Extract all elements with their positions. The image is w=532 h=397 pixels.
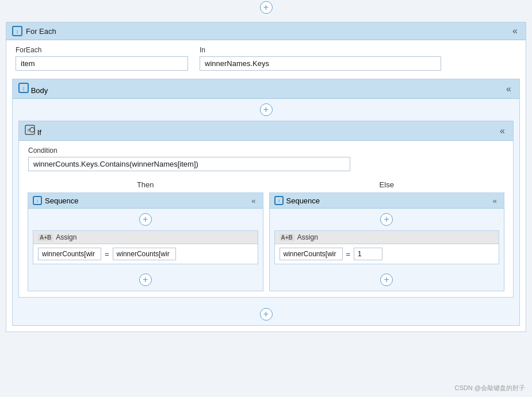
- then-else-row: Then ↕ Sequence «: [19, 177, 513, 297]
- then-seq-bottom-add-button[interactable]: +: [139, 273, 152, 286]
- else-assign-header: A+B Assign: [275, 231, 499, 244]
- foreach-header: ↕ For Each «: [6, 22, 526, 40]
- then-header: Then: [25, 177, 266, 192]
- body-bottom-add-row: +: [13, 303, 519, 325]
- body-collapse-button[interactable]: «: [504, 84, 514, 94]
- then-assign-icon: A+B: [38, 234, 53, 241]
- top-add-button[interactable]: +: [260, 1, 273, 14]
- foreach-collapse-button[interactable]: «: [510, 26, 520, 36]
- else-assign-icon: A+B: [280, 234, 294, 241]
- then-assign-header: A+B Assign: [33, 231, 258, 244]
- else-column: Else ↕ Sequence «: [266, 177, 508, 291]
- then-seq-top-add-button[interactable]: +: [139, 213, 152, 226]
- condition-section: Condition: [19, 141, 513, 177]
- then-seq-top-add-row: +: [28, 209, 263, 230]
- else-sequence-title: ↕ Sequence: [274, 196, 320, 205]
- else-seq-top-add-row: +: [270, 209, 504, 230]
- else-assign-right-input[interactable]: [354, 248, 382, 260]
- svg-text:↕: ↕: [16, 29, 19, 34]
- foreach-title: ↕ For Each: [12, 26, 56, 36]
- else-sequence-icon: ↕: [274, 196, 284, 205]
- if-section: if If « Condition Then: [18, 121, 514, 298]
- body-top-add-row: +: [13, 99, 519, 121]
- then-sequence-box: ↕ Sequence « +: [28, 192, 263, 291]
- then-assign-right-input[interactable]: [113, 248, 176, 260]
- else-sequence-box: ↕ Sequence « +: [269, 192, 505, 291]
- else-assign-equals: =: [346, 250, 351, 259]
- then-sequence-collapse-button[interactable]: «: [249, 196, 258, 205]
- then-seq-bottom-add-row: +: [28, 269, 263, 291]
- if-icon: if: [25, 125, 35, 135]
- foreach-var-label: ForEach: [16, 46, 188, 54]
- body-section: ↕ Body « + if: [12, 79, 520, 326]
- svg-text:↕: ↕: [22, 86, 25, 91]
- foreach-icon: ↕: [12, 26, 22, 36]
- body-header: ↕ Body «: [13, 79, 519, 99]
- svg-point-6: [30, 128, 35, 132]
- then-sequence-icon: ↕: [33, 196, 42, 205]
- body-top-add-button[interactable]: +: [260, 103, 273, 116]
- body-bottom-add-button[interactable]: +: [260, 308, 273, 321]
- foreach-in-group: In: [200, 46, 441, 71]
- condition-label: Condition: [28, 147, 504, 155]
- then-sequence-title: ↕ Sequence: [33, 196, 79, 205]
- foreach-fields: ForEach In: [6, 40, 526, 79]
- then-sequence-header: ↕ Sequence «: [28, 193, 263, 209]
- then-assign-fields: =: [33, 244, 258, 264]
- then-assign-equals: =: [105, 250, 109, 259]
- body-icon: ↕: [18, 83, 29, 93]
- svg-text:↕: ↕: [36, 198, 39, 203]
- body-title: ↕ Body: [18, 83, 48, 95]
- then-column: Then ↕ Sequence «: [25, 177, 266, 291]
- if-header: if If «: [19, 121, 513, 141]
- else-assign-left-input[interactable]: [280, 248, 343, 260]
- foreach-in-input[interactable]: [200, 56, 441, 71]
- else-sequence-header: ↕ Sequence «: [270, 193, 504, 209]
- else-sequence-collapse-button[interactable]: «: [491, 196, 499, 205]
- else-seq-bottom-add-button[interactable]: +: [380, 273, 393, 286]
- svg-text:↕: ↕: [278, 198, 280, 203]
- foreach-var-input[interactable]: [16, 56, 188, 71]
- then-assign-box: A+B Assign =: [33, 230, 258, 264]
- else-seq-top-add-button[interactable]: +: [380, 213, 393, 226]
- watermark: CSDN @会敲键盘的肘子: [455, 384, 525, 392]
- if-title: if If: [25, 125, 41, 137]
- then-assign-left-input[interactable]: [38, 248, 101, 260]
- else-assign-box: A+B Assign =: [274, 230, 500, 264]
- else-seq-bottom-add-row: +: [270, 269, 504, 291]
- foreach-var-group: ForEach: [16, 46, 188, 71]
- else-header: Else: [266, 177, 508, 192]
- else-assign-fields: =: [275, 244, 499, 264]
- foreach-in-label: In: [200, 46, 441, 54]
- if-collapse-button[interactable]: «: [497, 126, 507, 136]
- condition-input[interactable]: [28, 157, 350, 171]
